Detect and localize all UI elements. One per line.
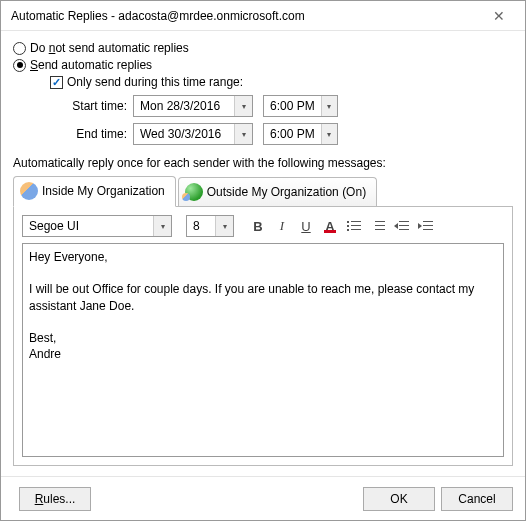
- increase-indent-button[interactable]: [416, 216, 436, 236]
- cancel-button[interactable]: Cancel: [441, 487, 513, 511]
- automatic-replies-dialog: Automatic Replies - adacosta@mrdee.onmic…: [0, 0, 526, 521]
- tab-inside-organization[interactable]: Inside My Organization: [13, 176, 176, 207]
- decrease-indent-button[interactable]: [392, 216, 412, 236]
- start-time-label: Start time:: [13, 99, 133, 113]
- color-swatch: [324, 230, 336, 233]
- titlebar: Automatic Replies - adacosta@mrdee.onmic…: [1, 1, 525, 31]
- radio-send[interactable]: Send automatic replies: [13, 58, 513, 72]
- rules-button[interactable]: Rules...: [19, 487, 91, 511]
- people-icon: [20, 182, 38, 200]
- chevron-down-icon: ▾: [153, 216, 171, 236]
- font-color-button[interactable]: A: [320, 216, 340, 236]
- end-time-label: End time:: [13, 127, 133, 141]
- format-toolbar: Segoe UI ▾ 8 ▾ B I U A: [22, 215, 504, 237]
- end-date-combo[interactable]: Wed 30/3/2016 ▾: [133, 123, 253, 145]
- checkbox-icon: [50, 76, 63, 89]
- tab-strip: Inside My Organization Outside My Organi…: [13, 176, 513, 206]
- dialog-footer: Rules... OK Cancel: [1, 476, 525, 520]
- end-date-value: Wed 30/3/2016: [134, 127, 234, 141]
- numbered-list-button[interactable]: [368, 216, 388, 236]
- bullet-list-icon: [346, 219, 362, 233]
- start-date-combo[interactable]: Mon 28/3/2016 ▾: [133, 95, 253, 117]
- tab-label: Outside My Organization (On): [207, 185, 366, 199]
- radio-label: Do not send automatic replies: [30, 41, 189, 55]
- radio-icon: [13, 42, 26, 55]
- chevron-down-icon: ▾: [215, 216, 233, 236]
- font-size-value: 8: [187, 219, 215, 233]
- start-date-value: Mon 28/3/2016: [134, 99, 234, 113]
- font-name-value: Segoe UI: [23, 219, 153, 233]
- button-label: Rules...: [35, 492, 76, 506]
- font-size-combo[interactable]: 8 ▾: [186, 215, 234, 237]
- font-name-combo[interactable]: Segoe UI ▾: [22, 215, 172, 237]
- checkbox-label: Only send during this time range:: [67, 75, 243, 89]
- underline-button[interactable]: U: [296, 216, 316, 236]
- dialog-content: Do not send automatic replies Send autom…: [1, 31, 525, 476]
- underline-icon: U: [301, 219, 310, 234]
- bold-icon: B: [253, 219, 262, 234]
- end-time-combo[interactable]: 6:00 PM ▾: [263, 123, 338, 145]
- radio-label: Send automatic replies: [30, 58, 152, 72]
- chevron-down-icon: ▾: [321, 124, 337, 144]
- globe-icon: [185, 183, 203, 201]
- tab-outside-organization[interactable]: Outside My Organization (On): [178, 177, 377, 206]
- reply-prompt: Automatically reply once for each sender…: [13, 156, 513, 170]
- end-time-value: 6:00 PM: [264, 127, 321, 141]
- italic-button[interactable]: I: [272, 216, 292, 236]
- bold-button[interactable]: B: [248, 216, 268, 236]
- ok-button[interactable]: OK: [363, 487, 435, 511]
- start-time-row: Start time: Mon 28/3/2016 ▾ 6:00 PM ▾: [13, 95, 513, 117]
- window-title: Automatic Replies - adacosta@mrdee.onmic…: [11, 9, 479, 23]
- radio-do-not-send[interactable]: Do not send automatic replies: [13, 41, 513, 55]
- editor-panel: Segoe UI ▾ 8 ▾ B I U A: [13, 206, 513, 466]
- start-time-value: 6:00 PM: [264, 99, 321, 113]
- close-button[interactable]: ✕: [479, 2, 519, 30]
- button-label: OK: [390, 492, 407, 506]
- checkbox-only-send-range[interactable]: Only send during this time range:: [50, 75, 513, 89]
- decrease-indent-icon: [394, 219, 410, 233]
- start-time-combo[interactable]: 6:00 PM ▾: [263, 95, 338, 117]
- radio-icon: [13, 59, 26, 72]
- message-body-editor[interactable]: Hey Everyone, I will be out Office for c…: [22, 243, 504, 457]
- button-label: Cancel: [458, 492, 495, 506]
- numbered-list-icon: [370, 219, 386, 233]
- italic-icon: I: [280, 218, 284, 234]
- close-icon: ✕: [493, 8, 505, 24]
- chevron-down-icon: ▾: [234, 96, 252, 116]
- chevron-down-icon: ▾: [321, 96, 337, 116]
- tab-label: Inside My Organization: [42, 184, 165, 198]
- bullet-list-button[interactable]: [344, 216, 364, 236]
- chevron-down-icon: ▾: [234, 124, 252, 144]
- end-time-row: End time: Wed 30/3/2016 ▾ 6:00 PM ▾: [13, 123, 513, 145]
- increase-indent-icon: [418, 219, 434, 233]
